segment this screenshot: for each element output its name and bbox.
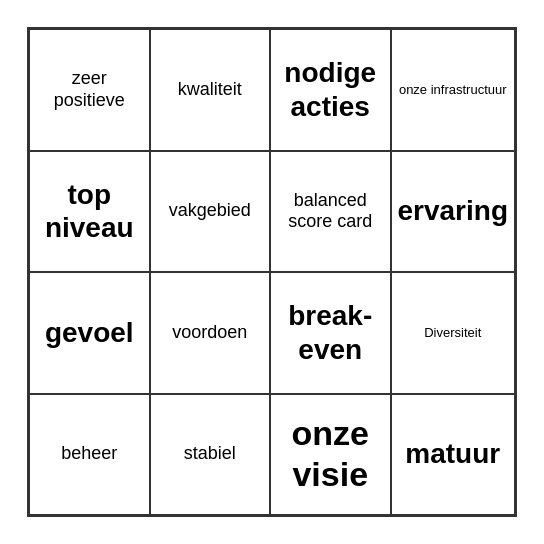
bingo-cell-12: beheer [29, 394, 150, 516]
cell-text-5: vakgebied [169, 200, 251, 222]
cell-text-12: beheer [61, 443, 117, 465]
bingo-cell-13: stabiel [150, 394, 271, 516]
bingo-cell-1: kwaliteit [150, 29, 271, 151]
cell-text-7: ervaring [398, 194, 509, 228]
bingo-cell-8: gevoel [29, 272, 150, 394]
bingo-cell-9: voordoen [150, 272, 271, 394]
bingo-cell-11: Diversiteit [391, 272, 516, 394]
cell-text-0: zeer positieve [36, 68, 143, 111]
bingo-cell-7: ervaring [391, 151, 516, 273]
bingo-cell-14: onze visie [270, 394, 391, 516]
bingo-cell-15: matuur [391, 394, 516, 516]
cell-text-1: kwaliteit [178, 79, 242, 101]
cell-text-10: break-even [277, 299, 384, 366]
bingo-cell-2: nodige acties [270, 29, 391, 151]
bingo-card: zeer positievekwaliteitnodige actiesonze… [27, 27, 517, 517]
bingo-cell-10: break-even [270, 272, 391, 394]
cell-text-14: onze visie [277, 413, 384, 495]
cell-text-15: matuur [405, 437, 500, 471]
cell-text-6: balanced score card [277, 190, 384, 233]
bingo-cell-4: top niveau [29, 151, 150, 273]
cell-text-4: top niveau [36, 178, 143, 245]
bingo-cell-3: onze infrastructuur [391, 29, 516, 151]
cell-text-9: voordoen [172, 322, 247, 344]
cell-text-13: stabiel [184, 443, 236, 465]
cell-text-3: onze infrastructuur [399, 82, 507, 98]
cell-text-2: nodige acties [277, 56, 384, 123]
bingo-cell-6: balanced score card [270, 151, 391, 273]
bingo-cell-5: vakgebied [150, 151, 271, 273]
cell-text-11: Diversiteit [424, 325, 481, 341]
cell-text-8: gevoel [45, 316, 134, 350]
bingo-cell-0: zeer positieve [29, 29, 150, 151]
